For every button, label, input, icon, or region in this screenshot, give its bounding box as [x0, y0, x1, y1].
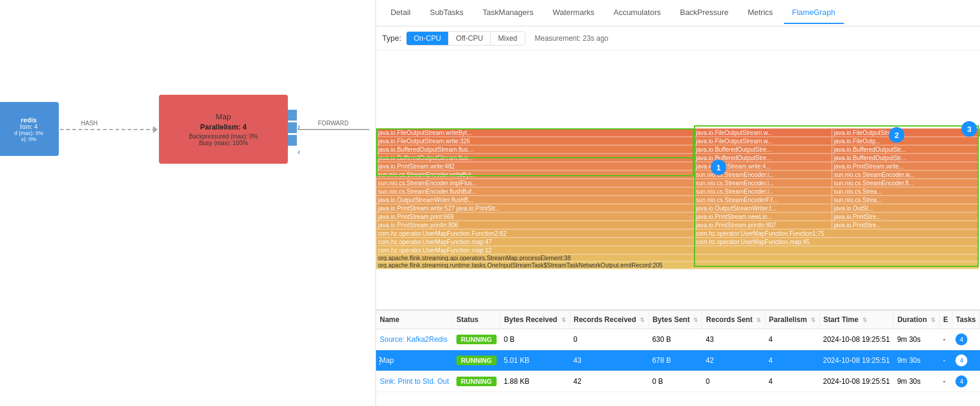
cell-parallelism-source: 4 [765, 329, 820, 350]
cell-status-sink: RUNNING [453, 371, 500, 392]
frame-col3-r3[interactable]: java.io.BufferedOutputStr... [832, 145, 979, 154]
frame-col1-r13[interactable]: com.hz.operator.UserMapFunction.Function… [376, 229, 694, 237]
frame-col1-r5[interactable]: java.io.PrintStream.write:482 [376, 162, 694, 170]
col-bytes-received: Bytes Received ⇅ [500, 311, 570, 329]
btn-on-cpu[interactable]: On-CPU [407, 32, 449, 45]
flamegraph-area: 1 2 3 java.io.FileOutputStream.writeByt.… [376, 50, 980, 310]
frame-col3-r6[interactable]: sun.nio.cs.StreamEncoder.w... [832, 170, 979, 179]
map-backpressured: Backpressured (max): 0% [189, 133, 258, 140]
btn-off-cpu[interactable]: Off-CPU [449, 32, 491, 45]
frame-col2-r11[interactable]: java.io.PrintStream.newLin... [694, 212, 832, 221]
type-btn-group: On-CPU Off-CPU Mixed [406, 31, 525, 46]
frame-full-1[interactable]: org.apache.flink.streaming.api.operators… [376, 254, 979, 261]
cell-tasks-map: 4 [952, 350, 979, 371]
source-node[interactable]: redis lism: 4 d (max): 0% x): 0% [0, 102, 59, 156]
frame-col2-r2[interactable]: java.io.FileOutputStream.w... [694, 137, 832, 145]
frame-col3-r11[interactable]: java.io.PrintStre... [832, 212, 979, 221]
frame-col1-r10[interactable]: java.io.PrintStream.write:527 java.io.Pr… [376, 204, 694, 212]
frame-col3-r8[interactable]: sun.nio.cs.Strea... [832, 187, 979, 196]
cell-e-map: - [939, 350, 952, 371]
measurement-text: Measurement: 23s ago [535, 34, 609, 43]
table-row[interactable]: Sink: Print to Std. Out RUNNING 1.88 KB … [376, 371, 979, 392]
table-header-row: Name Status Bytes Received ⇅ Records Rec… [376, 311, 979, 329]
cell-name-map[interactable]: ⋮ Map [376, 350, 452, 371]
left-panel: redis lism: 4 d (max): 0% x): 0% HASH Ma… [0, 0, 376, 406]
frame-full-3[interactable]: org.apache.flink.streaming.runtime.io.Ab… [376, 269, 979, 269]
right-panel: Detail SubTasks TaskManagers Watermarks … [376, 0, 980, 406]
main-container: redis lism: 4 d (max): 0% x): 0% HASH Ma… [0, 0, 980, 406]
frame-col3-r1[interactable]: java.io.FileOutputStream.... [832, 128, 979, 137]
source-label: redis [21, 116, 37, 124]
btn-mixed[interactable]: Mixed [491, 32, 524, 45]
frame-col2-r12[interactable]: java.io.PrintStream.println:807 [694, 221, 832, 229]
frame-col2-r9[interactable]: sun.nio.cs.StreamEncoderF.f... [694, 196, 832, 204]
frame-col1-r2[interactable]: java.io.FileOutputStream.write:326 [376, 137, 694, 145]
tab-watermarks[interactable]: Watermarks [544, 2, 603, 24]
frame-col2-r7[interactable]: sun.nio.cs.StreamEncoder.i... [694, 179, 832, 187]
cell-bytes-sent-map: 678 B [648, 350, 702, 371]
cell-records-received-sink: 42 [570, 371, 648, 392]
frame-col3-r4[interactable]: java.io.BufferedOutputStr... [832, 154, 979, 162]
cell-bytes-sent-source: 630 B [648, 329, 702, 350]
tab-detail[interactable]: Detail [382, 2, 419, 24]
frame-col2-r1[interactable]: java.io.FileOutputStream.w... [694, 128, 832, 137]
connector-2 [288, 122, 297, 133]
jobs-table: Name Status Bytes Received ⇅ Records Rec… [376, 311, 980, 392]
frame-col1-map12[interactable]: com.hz.operator.UserMapFunction.map:12 [376, 246, 979, 254]
frame-col2-r10[interactable]: java.io.OutputStreamWriter.f... [694, 204, 832, 212]
frame-col1-r3[interactable]: java.io.BufferedOutputStream.flus... [376, 145, 694, 154]
frame-col2-r8[interactable]: sun.nio.cs.StreamEncoder.i... [694, 187, 832, 196]
frame-col1-r1[interactable]: java.io.FileOutputStream.writeByt... [376, 128, 694, 137]
cell-e-sink: - [939, 371, 952, 392]
cell-status-map: RUNNING [453, 350, 500, 371]
frame-col3-fn1[interactable]: com.hz.operator.UserMapFunction.Function… [694, 229, 979, 237]
frame-full-2[interactable]: org.apache.flink.streaming.runtime.tasks… [376, 261, 979, 269]
frame-col3-r2[interactable]: java.io.FileOutp... [832, 137, 979, 145]
frame-col1-r9[interactable]: java.io.OutputStreamWriter.flushB... [376, 196, 694, 204]
col-parallelism: Parallelism ⇅ [765, 311, 820, 329]
tab-backpressure[interactable]: BackPressure [672, 2, 737, 24]
map-busy: Busy (max): 100% [199, 140, 248, 146]
map-parallelism: Parallelism: 4 [200, 123, 246, 131]
cell-bytes-received-sink: 1.88 KB [500, 371, 570, 392]
hash-arrow-head [153, 126, 158, 133]
frame-col1-r8[interactable]: sun.nio.cs.StreamEncoder.flushBuf... [376, 187, 694, 196]
tab-flamegraph[interactable]: FlameGraph [784, 2, 844, 24]
table-row[interactable]: ⋮ Map RUNNING 5.01 KB 43 678 B 42 4 2024… [376, 350, 979, 371]
frame-col3-r10[interactable]: java.io.OutSt... [832, 204, 979, 212]
frame-col3-r9[interactable]: sun.nio.cs.Strea... [832, 196, 979, 204]
frame-col1-r11[interactable]: java.io.PrintStream.print:669 [376, 212, 694, 221]
hash-arrow [60, 129, 156, 130]
tab-taskmanagers[interactable]: TaskManagers [474, 2, 542, 24]
hash-label: HASH [81, 120, 98, 127]
tab-accumulators[interactable]: Accumulators [605, 2, 669, 24]
frame-col2-r3[interactable]: java.io.BufferedOutputStre... [694, 145, 832, 154]
tab-bar: Detail SubTasks TaskManagers Watermarks … [376, 0, 980, 26]
col-start-time: Start Time ⇅ [819, 311, 893, 329]
cell-name-source[interactable]: Source: Kafka2Redis [376, 329, 452, 350]
forward-label: FORWARD [318, 120, 348, 127]
cell-status-source: RUNNING [453, 329, 500, 350]
frame-col1-r4[interactable]: java.io.BufferedOutputStream.flus... [376, 154, 694, 162]
frame-col2-map45[interactable]: com.hz.operator.UserMapFunction.map:45 [694, 237, 979, 246]
col-duration: Duration ⇅ [894, 311, 940, 329]
source-extra2: x): 0% [21, 136, 37, 142]
tab-subtasks[interactable]: SubTasks [421, 2, 471, 24]
cell-bytes-sent-sink: 0 B [648, 371, 702, 392]
frame-col3-r7[interactable]: sun.nio.cs.StreamEncoder.fl... [832, 179, 979, 187]
cell-duration-sink: 9m 30s [894, 371, 940, 392]
map-title: Map [216, 112, 231, 121]
cell-name-sink[interactable]: Sink: Print to Std. Out [376, 371, 452, 392]
frame-col1-r6[interactable]: sun.nio.cs.StreamEncoder.writeByt... [376, 170, 694, 179]
tab-metrics[interactable]: Metrics [739, 2, 781, 24]
flamegraph-container: 1 2 3 java.io.FileOutputStream.writeByt.… [376, 50, 980, 269]
map-node[interactable]: Map Parallelism: 4 Backpressured (max): … [159, 95, 288, 164]
frame-col3-r12[interactable]: java.io.PrintStre... [832, 221, 979, 229]
frame-col1-r7[interactable]: sun.nio.cs.StreamEncoder.implFlus... [376, 179, 694, 187]
connector-1 [288, 110, 297, 121]
table-row[interactable]: Source: Kafka2Redis RUNNING 0 B 0 630 B … [376, 329, 979, 350]
frame-col1-r12[interactable]: java.io.PrintStream.println:806 [376, 221, 694, 229]
connector-3 [288, 135, 297, 146]
frame-col1-map47[interactable]: com.hz.operator.UserMapFunction.map:47 [376, 237, 694, 246]
frame-col3-r5[interactable]: java.io.PrintStream.write... [832, 162, 979, 170]
